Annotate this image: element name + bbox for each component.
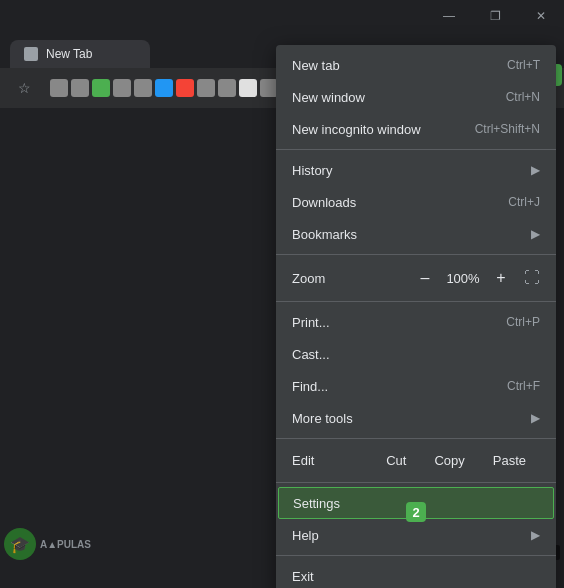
menu-item-find[interactable]: Find... Ctrl+F [276,370,556,402]
menu-item-more-tools[interactable]: More tools ▶ [276,402,556,434]
menu-divider-6 [276,555,556,556]
menu-item-bookmarks[interactable]: Bookmarks ▶ [276,218,556,250]
bookmark-item[interactable] [92,79,110,97]
menu-item-new-incognito[interactable]: New incognito window Ctrl+Shift+N [276,113,556,145]
copy-button[interactable]: Copy [420,449,478,472]
menu-item-settings[interactable]: Settings 2 [278,487,554,519]
maximize-button[interactable]: ❐ [472,0,518,32]
menu-item-downloads[interactable]: Downloads Ctrl+J [276,186,556,218]
menu-item-new-window[interactable]: New window Ctrl+N [276,81,556,113]
menu-divider-3 [276,301,556,302]
tab-label: New Tab [46,47,92,61]
menu-item-new-tab[interactable]: New tab Ctrl+T [276,49,556,81]
zoom-controls: Zoom – 100% + ⛶ [276,259,556,297]
menu-divider-4 [276,438,556,439]
menu-divider-2 [276,254,556,255]
bookmark-item[interactable] [239,79,257,97]
bookmark-star-icon[interactable]: ☆ [8,72,40,104]
menu-divider-5 [276,482,556,483]
close-button[interactable]: ✕ [518,0,564,32]
bookmark-item[interactable] [218,79,236,97]
chrome-context-menu: New tab Ctrl+T New window Ctrl+N New inc… [276,45,556,588]
bookmark-item[interactable] [113,79,131,97]
tab-favicon [24,47,38,61]
menu-item-exit[interactable]: Exit [276,560,556,588]
paste-button[interactable]: Paste [479,449,540,472]
bookmark-item[interactable] [176,79,194,97]
submenu-arrow-icon: ▶ [531,411,540,425]
menu-divider-1 [276,149,556,150]
bookmark-item[interactable] [50,79,68,97]
zoom-out-button[interactable]: – [412,265,438,291]
menu-item-help[interactable]: Help ▶ [276,519,556,551]
submenu-arrow-icon: ▶ [531,163,540,177]
watermark: 🎓 A▲PULAS [4,528,91,560]
title-bar: — ❐ ✕ [0,0,564,32]
edit-controls: Edit Cut Copy Paste [276,443,556,478]
watermark-logo: 🎓 [4,528,36,560]
menu-item-cast[interactable]: Cast... [276,338,556,370]
bookmark-item[interactable] [155,79,173,97]
cut-button[interactable]: Cut [372,449,420,472]
submenu-arrow-icon: ▶ [531,528,540,542]
menu-item-print[interactable]: Print... Ctrl+P [276,306,556,338]
zoom-in-button[interactable]: + [488,265,514,291]
bookmark-item[interactable] [71,79,89,97]
zoom-level-display: 100% [444,271,482,286]
minimize-button[interactable]: — [426,0,472,32]
bookmark-item[interactable] [134,79,152,97]
fullscreen-button[interactable]: ⛶ [524,269,540,287]
bookmark-item[interactable] [197,79,215,97]
menu-item-history[interactable]: History ▶ [276,154,556,186]
submenu-arrow-icon: ▶ [531,227,540,241]
watermark-text: A▲PULAS [40,539,91,550]
browser-tab[interactable]: New Tab [10,40,150,68]
